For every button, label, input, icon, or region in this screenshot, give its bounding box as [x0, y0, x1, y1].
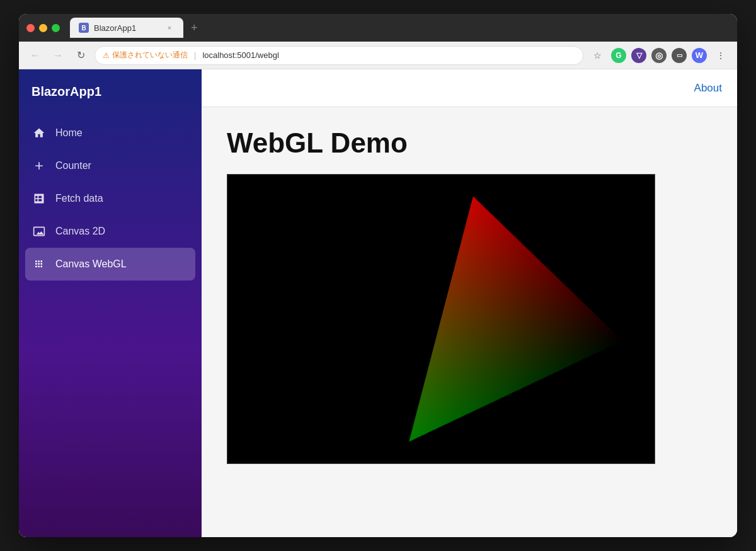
warning-icon: ⚠ — [103, 51, 110, 60]
url-bar[interactable]: ⚠ 保護されていない通信 | localhost:5001/webgl — [94, 46, 583, 65]
home-label: Home — [55, 127, 83, 139]
close-button[interactable] — [26, 24, 35, 32]
browser-window: B BlazorApp1 × + ← → ↻ ⚠ 保護されていない通信 | lo… — [19, 14, 737, 537]
refresh-button[interactable]: ↻ — [72, 47, 89, 64]
forward-button[interactable]: → — [49, 47, 67, 64]
main-body: WebGL Demo — [202, 107, 737, 484]
main-header: About — [202, 69, 737, 107]
new-tab-button[interactable]: + — [186, 19, 203, 37]
image-icon — [32, 224, 47, 239]
extension-w[interactable]: W — [692, 48, 707, 63]
sidebar-nav: Home Counter Fet — [19, 112, 202, 286]
sidebar: BlazorApp1 Home Co — [19, 69, 202, 537]
sidebar-item-counter[interactable]: Counter — [19, 149, 202, 182]
sidebar-item-fetchdata[interactable]: Fetch data — [19, 182, 202, 215]
about-link[interactable]: About — [694, 82, 722, 95]
bookmark-button[interactable]: ☆ — [588, 47, 606, 64]
security-text: 保護されていない通信 — [112, 50, 188, 61]
url-separator: | — [194, 50, 196, 60]
sidebar-item-canvaswebgl[interactable]: Canvas WebGL — [25, 248, 195, 281]
url-actions: ☆ G ▽ ◎ ▭ W ⋮ — [588, 47, 730, 64]
canvas2d-label: Canvas 2D — [55, 226, 105, 237]
home-icon — [32, 125, 47, 141]
active-tab[interactable]: B BlazorApp1 × — [70, 18, 183, 38]
back-button[interactable]: ← — [26, 47, 44, 64]
address-bar: ← → ↻ ⚠ 保護されていない通信 | localhost:5001/webg… — [19, 42, 737, 69]
maximize-button[interactable] — [52, 24, 60, 32]
tab-title: BlazorApp1 — [94, 23, 136, 33]
counter-label: Counter — [55, 160, 91, 171]
sidebar-title: BlazorApp1 — [19, 69, 202, 112]
fetchdata-label: Fetch data — [55, 193, 103, 204]
plus-icon — [32, 158, 47, 173]
page-title: WebGL Demo — [227, 127, 712, 159]
minimize-button[interactable] — [39, 24, 47, 32]
extension-v[interactable]: ▽ — [631, 48, 646, 63]
extension-grammarly[interactable]: G — [611, 48, 626, 63]
extension-pocket[interactable]: ◎ — [651, 48, 667, 63]
extension-cast[interactable]: ▭ — [672, 48, 687, 63]
url-text: localhost:5001/webgl — [202, 50, 278, 60]
app-content: BlazorApp1 Home Co — [19, 69, 737, 537]
title-bar: B BlazorApp1 × + — [19, 14, 737, 42]
tab-close-button[interactable]: × — [164, 23, 175, 33]
more-button[interactable]: ⋮ — [712, 47, 730, 64]
grid-icon — [32, 257, 47, 272]
sidebar-item-canvas2d[interactable]: Canvas 2D — [19, 215, 202, 248]
traffic-lights — [26, 24, 60, 32]
canvaswebgl-label: Canvas WebGL — [55, 258, 127, 270]
security-warning: ⚠ 保護されていない通信 — [103, 50, 188, 61]
sidebar-item-home[interactable]: Home — [19, 117, 202, 149]
tab-favicon: B — [79, 23, 89, 33]
table-icon — [32, 191, 47, 206]
tab-bar: B BlazorApp1 × + — [70, 18, 730, 38]
webgl-canvas — [227, 174, 655, 464]
webgl-canvas-container — [227, 174, 655, 464]
main-content: About WebGL Demo — [202, 69, 737, 537]
